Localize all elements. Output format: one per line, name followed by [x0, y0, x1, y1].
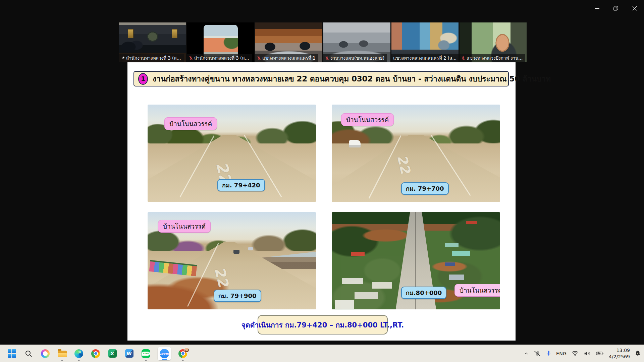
search-icon — [24, 350, 33, 358]
bell-dnd-icon: z — [635, 350, 641, 357]
photo-street-km79-900: 22 บ้านโนนสวรรค์ กม. 79+900 — [148, 212, 316, 309]
microphone-icon — [546, 350, 551, 357]
km-label: กม.80+000 — [401, 287, 446, 299]
svg-text:z: z — [637, 352, 638, 354]
battery-button[interactable] — [596, 351, 604, 356]
km-label: กม. 79+700 — [401, 182, 449, 195]
pin-icon — [121, 56, 125, 60]
place-label: บ้านโนนสวรรค์ — [341, 113, 394, 126]
running-indicator — [78, 360, 80, 361]
system-tray: ENG 13:09 4/2/2569 z — [524, 345, 641, 362]
participant-tile[interactable]: สำนักงานทางหลวงที่ 3 (ส... — [187, 22, 254, 62]
file-explorer-icon — [58, 351, 67, 357]
minimize-button[interactable] — [588, 1, 606, 16]
mic-muted-icon — [461, 56, 465, 60]
participant-tile[interactable]: แขวงทางหลวงบึงกาฬ งาน... — [460, 22, 527, 62]
chrome-button[interactable] — [91, 349, 101, 359]
volume-muted-button[interactable] — [584, 351, 591, 356]
slide-number-badge: 1 — [138, 73, 148, 85]
excel-button[interactable]: X — [107, 349, 117, 359]
operation-range-label: จุดดำเนินการ กม.79+420 – กม.80+000 LT.,R… — [258, 315, 388, 335]
clock[interactable]: 13:09 4/2/2569 — [609, 347, 630, 359]
participant-name-label: สำนักงานทางหลวงที่ 3 (ส... — [187, 54, 252, 62]
windows-start-icon — [8, 349, 16, 358]
word-button[interactable]: W — [124, 349, 134, 359]
participant-name-label: แขวงทางหลวงสกลนครที่ 1 — [255, 54, 318, 62]
search-button[interactable] — [23, 349, 34, 359]
zoom-button[interactable]: zoom — [158, 347, 171, 360]
participant-name-label: แขวงทางหลวงสกลนครที่ 2 (ส... — [391, 54, 459, 62]
close-button[interactable] — [625, 1, 644, 16]
notification-bell-button[interactable]: z — [635, 350, 641, 357]
taskbar: X W LINE zoom ENG — [0, 345, 644, 362]
active-indicator — [162, 359, 167, 360]
place-label: บ้านโนนสวรรค์ — [164, 117, 217, 130]
place-label: บ้านโนนสวรรค์ — [158, 220, 211, 233]
line-icon: LINE — [142, 349, 150, 358]
running-indicator — [61, 360, 63, 361]
parked-van — [349, 140, 361, 147]
language-indicator[interactable]: ENG — [556, 351, 567, 356]
mic-muted-icon — [325, 56, 329, 60]
wifi-icon — [572, 351, 579, 356]
profile-avatar — [184, 348, 189, 353]
edge-button[interactable] — [74, 349, 84, 359]
photo-street-km79-420: 22 บ้านโนนสวรรค์ กม. 79+420 — [148, 105, 316, 202]
running-indicator — [145, 360, 147, 361]
start-button[interactable] — [7, 349, 17, 359]
mic-muted-icon — [257, 56, 261, 60]
tray-date: 4/2/2569 — [609, 354, 630, 360]
slide-title-text: งานก่อสร้างทางคู่ขนาน ทางหลวงหมายเลข 22 … — [153, 73, 551, 85]
word-icon: W — [125, 349, 133, 358]
participant-name-label: แขวงทางหลวงบึงกาฬ งาน... — [460, 54, 525, 62]
window-controls — [588, 0, 644, 17]
presentation-slide: 1 งานก่อสร้างทางคู่ขนาน ทางหลวงหมายเลข 2… — [127, 62, 516, 341]
close-icon — [632, 6, 637, 11]
copilot-button[interactable] — [40, 349, 50, 359]
participant-strip: สำนักงานทางหลวงที่ 3 (ส... สำนักงานทางหล… — [119, 22, 527, 62]
participant-name-label: สำนักงานทางหลวงที่ 3 (ส... — [119, 54, 184, 62]
chrome-icon — [91, 349, 100, 358]
minimize-icon — [595, 8, 599, 9]
mouse-disabled-icon — [534, 350, 541, 357]
place-label: บ้านโนนสวรรค์ — [454, 284, 500, 297]
chrome-profile-button[interactable] — [178, 349, 188, 359]
restore-icon — [613, 6, 618, 11]
zoom-icon: zoom — [160, 349, 169, 358]
running-indicator — [182, 360, 184, 361]
car — [233, 250, 239, 254]
excel-icon: X — [108, 349, 117, 358]
participant-tile[interactable]: งานวางแผน(ขท.หนองคาย) — [323, 22, 390, 62]
mic-muted-icon — [189, 56, 193, 60]
battery-charging-icon — [596, 351, 604, 356]
photo-aerial-km80-000: กม.80+000 บ้านโนนสวรรค์ — [332, 212, 500, 309]
slide-title-bar: 1 งานก่อสร้างทางคู่ขนาน ทางหลวงหมายเลข 2… — [133, 71, 509, 86]
tray-chevron-button[interactable] — [524, 351, 529, 356]
car — [248, 247, 253, 250]
participant-tile[interactable]: สำนักงานทางหลวงที่ 3 (ส... — [119, 22, 186, 62]
restore-button[interactable] — [606, 1, 625, 16]
participant-name-label: งานวางแผน(ขท.หนองคาย) — [323, 54, 387, 62]
km-label: กม. 79+900 — [214, 290, 261, 302]
speaker-muted-icon — [584, 351, 591, 356]
participant-tile[interactable]: แขวงทางหลวงสกลนครที่ 1 — [255, 22, 322, 62]
line-button[interactable]: LINE — [141, 349, 151, 359]
km-label: กม. 79+420 — [217, 179, 265, 191]
participant-tile-active-speaker[interactable]: แขวงทางหลวงสกลนครที่ 2 (ส... — [391, 22, 459, 62]
wifi-button[interactable] — [572, 351, 579, 356]
taskbar-apps: X W LINE zoom — [7, 345, 188, 362]
edge-icon — [74, 349, 83, 358]
file-explorer-button[interactable] — [57, 349, 67, 359]
photo-street-km79-700: 22 บ้านโนนสวรรค์ กม. 79+700 — [332, 105, 500, 202]
chevron-up-icon — [524, 351, 529, 356]
microphone-in-use-button[interactable] — [546, 350, 551, 357]
touchpad-disabled-button[interactable] — [534, 350, 541, 357]
copilot-icon — [41, 349, 50, 358]
tray-time: 13:09 — [609, 347, 630, 353]
